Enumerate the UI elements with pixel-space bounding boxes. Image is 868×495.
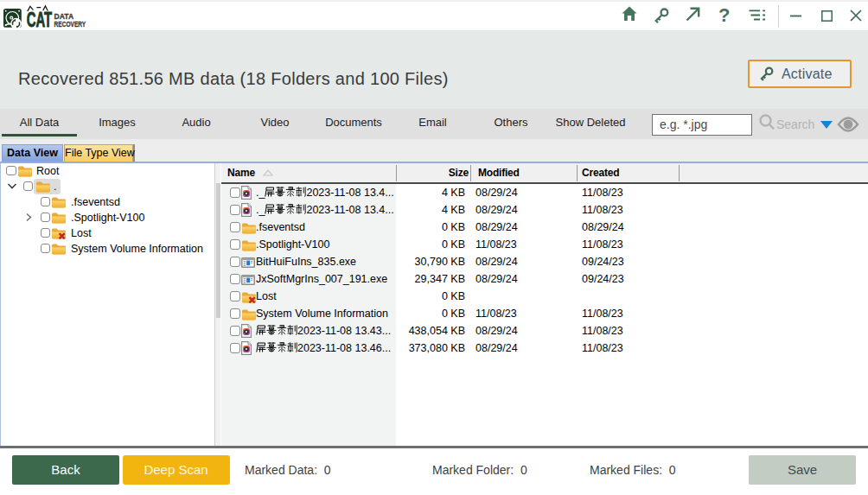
svg-text:RECOVERY: RECOVERY: [54, 19, 86, 29]
svg-text:CAT: CAT: [27, 8, 53, 31]
